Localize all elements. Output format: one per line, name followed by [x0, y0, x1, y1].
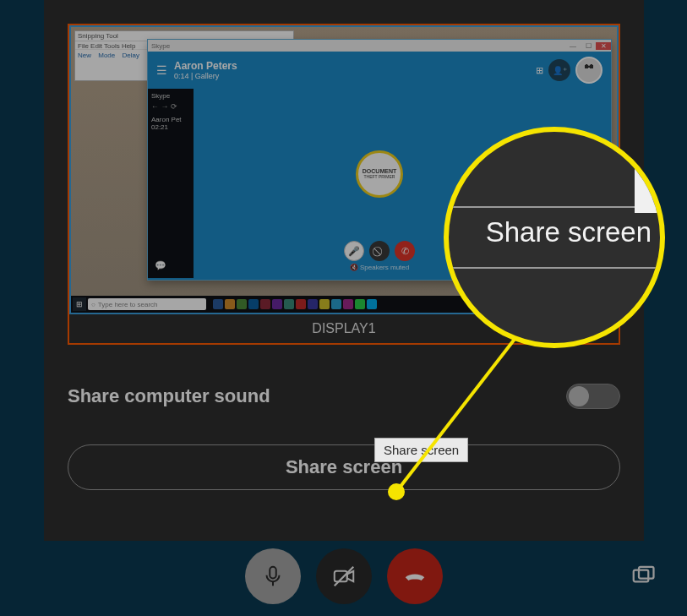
svg-rect-0 [270, 567, 276, 579]
call-controls-bar [0, 541, 687, 612]
taskbar-icon [343, 299, 353, 309]
add-participant-icon: 👤⁺ [548, 59, 570, 81]
sidebar-title: Skype [151, 92, 190, 100]
minimize-icon: — [565, 42, 581, 50]
microphone-icon [260, 564, 286, 589]
preview-mic-icon: 🎤 [344, 241, 364, 261]
taskbar-icon [319, 299, 330, 309]
skype-titlebar: Skype — ☐ ✕ [148, 40, 611, 52]
taskbar-icon [272, 299, 282, 309]
taskbar-icon [213, 299, 223, 309]
taskbar-icon [260, 299, 270, 309]
cortana-icon: ○ [91, 301, 95, 308]
camera-button[interactable] [316, 548, 372, 604]
hamburger-icon: ☰ [156, 63, 167, 77]
taskbar-skype-icon [367, 299, 377, 309]
svg-line-3 [334, 567, 353, 586]
sidebar-contact-name: Aaron Pet [151, 116, 190, 123]
skype-center-avatar: DOCUMENT THEFT PRIMER [356, 150, 403, 198]
close-icon: ✕ [596, 42, 611, 50]
camera-off-icon [331, 564, 357, 589]
taskbar-icon [308, 299, 318, 309]
speakers-muted-label: 🔇 Speakers muted [350, 264, 409, 271]
share-screen-icon-button[interactable] [624, 558, 662, 595]
share-screen-icon [630, 564, 656, 589]
taskbar-search-placeholder: Type here to search [98, 301, 158, 308]
snipping-delay: Delay [123, 52, 139, 59]
annotation-dot [388, 483, 405, 500]
skype-app-title: Skype [148, 42, 565, 50]
taskbar-icon [296, 299, 306, 309]
annotation-zoom-text: Share screen [449, 216, 660, 248]
taskbar-icon [237, 299, 247, 309]
svg-rect-4 [634, 570, 649, 582]
share-screen-button[interactable]: Share screen [68, 444, 620, 490]
taskbar-icon [331, 299, 341, 309]
grid-icon: ⊞ [536, 65, 543, 76]
hang-up-icon [402, 564, 428, 589]
taskbar-icon [355, 299, 365, 309]
snipping-new: New [78, 52, 91, 59]
skype-call-subtitle: 0:14 | Gallery [174, 72, 237, 80]
maximize-icon: ☐ [581, 42, 596, 50]
hang-up-button[interactable] [387, 548, 443, 604]
avatar [575, 57, 602, 84]
microphone-button[interactable] [245, 548, 301, 604]
taskbar-icon [248, 299, 259, 309]
share-sound-label: Share computer sound [68, 385, 270, 407]
center-badge-line2: THEFT PRIMER [364, 174, 395, 179]
annotation-zoom-callout: Share screen [444, 127, 665, 348]
toggle-knob [569, 386, 589, 406]
preview-hangup-icon: ✆ [395, 241, 415, 261]
skype-contact-name: Aaron Peters [174, 60, 237, 72]
svg-rect-5 [639, 567, 654, 579]
taskbar-search: ○ Type here to search [88, 298, 206, 310]
preview-camera-off-icon: ⃠ [369, 241, 390, 261]
nav-arrows-icon: ← → ⟳ [151, 102, 190, 111]
taskbar-icon [284, 299, 294, 309]
windows-start-icon: ⊞ [73, 297, 86, 311]
taskbar-icon [225, 299, 235, 309]
chat-icon: 💬 [155, 260, 166, 271]
share-sound-toggle[interactable] [566, 384, 620, 409]
share-screen-tooltip: Share screen [374, 438, 468, 462]
center-badge-line1: DOCUMENT [363, 168, 396, 174]
skype-call-header: ☰ Aaron Peters 0:14 | Gallery ⊞ 👤⁺ [148, 52, 611, 89]
snipping-mode: Mode [98, 52, 115, 59]
sidebar-contact-time: 02:21 [151, 123, 190, 131]
